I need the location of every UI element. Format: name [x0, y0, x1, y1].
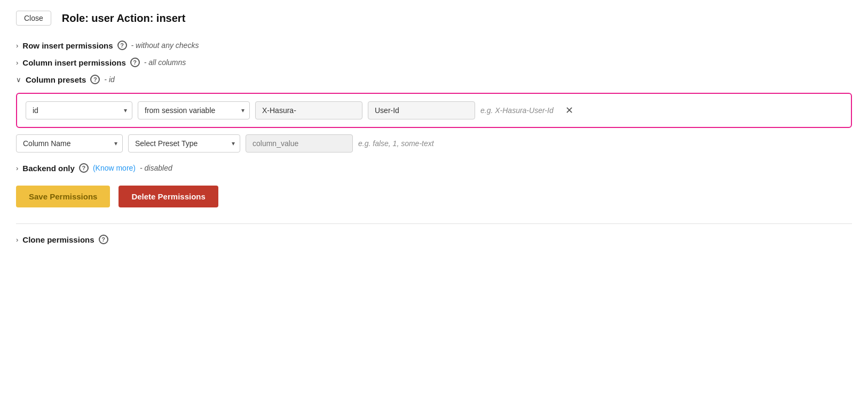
header: Close Role: user Action: insert — [16, 11, 852, 26]
session-var-select[interactable]: from session variable — [138, 101, 250, 119]
empty-preset-type-select[interactable]: Select Preset Type — [128, 134, 240, 153]
column-presets-chevron-icon: ∨ — [16, 76, 21, 84]
preset-section: id ▾ from session variable ▾ e.g. X-Hasu… — [16, 93, 852, 153]
empty-preset-row: Column Name ▾ Select Preset Type ▾ e.g. … — [16, 134, 852, 153]
clone-permissions-section[interactable]: › Clone permissions ? — [16, 235, 852, 244]
divider — [16, 223, 852, 224]
session-var-select-wrapper: from session variable ▾ — [138, 101, 250, 119]
row-insert-help-icon[interactable]: ? — [117, 41, 127, 50]
column-insert-chevron-icon: › — [16, 59, 18, 67]
clone-help-icon[interactable]: ? — [99, 235, 108, 244]
backend-only-summary: - disabled — [140, 164, 172, 172]
column-insert-label: Column insert permissions — [22, 58, 125, 67]
backend-only-label: Backend only — [22, 164, 75, 173]
active-preset-box: id ▾ from session variable ▾ e.g. X-Hasu… — [16, 93, 852, 128]
backend-only-help-icon[interactable]: ? — [79, 163, 89, 173]
column-select[interactable]: id — [26, 101, 132, 119]
column-presets-help-icon[interactable]: ? — [90, 75, 100, 84]
column-presets-label: Column presets — [26, 75, 86, 84]
row-insert-chevron-icon: › — [16, 42, 18, 50]
row-insert-label: Row insert permissions — [22, 41, 113, 50]
delete-permissions-button[interactable]: Delete Permissions — [119, 186, 218, 207]
column-insert-help-icon[interactable]: ? — [130, 58, 140, 67]
close-button[interactable]: Close — [16, 11, 51, 26]
column-select-wrapper: id ▾ — [26, 101, 132, 119]
column-presets-row[interactable]: ∨ Column presets ? - id — [16, 75, 852, 84]
user-id-input[interactable] — [368, 101, 475, 119]
save-permissions-button[interactable]: Save Permissions — [16, 186, 110, 207]
active-preset-example: e.g. X-Hasura-User-Id — [480, 106, 554, 115]
column-insert-permissions-row[interactable]: › Column insert permissions ? - all colu… — [16, 58, 852, 67]
know-more-link[interactable]: (Know more) — [93, 164, 136, 172]
empty-value-input — [246, 134, 353, 153]
row-insert-permissions-row[interactable]: › Row insert permissions ? - without any… — [16, 41, 852, 50]
page-container: Close Role: user Action: insert › Row in… — [0, 0, 868, 255]
row-insert-summary: - without any checks — [131, 41, 199, 50]
clone-chevron-icon: › — [16, 236, 18, 244]
backend-only-chevron-icon: › — [16, 164, 18, 172]
actions-row: Save Permissions Delete Permissions — [16, 186, 852, 207]
empty-preset-type-wrapper: Select Preset Type ▾ — [128, 134, 240, 153]
empty-preset-example: e.g. false, 1, some-text — [358, 139, 434, 148]
hasura-prefix-input[interactable] — [255, 101, 362, 119]
empty-column-select[interactable]: Column Name — [16, 134, 123, 153]
column-presets-summary: - id — [104, 75, 114, 84]
clone-label: Clone permissions — [22, 235, 94, 244]
empty-column-select-wrapper: Column Name ▾ — [16, 134, 123, 153]
column-insert-summary: - all columns — [144, 58, 186, 67]
active-preset-close-icon[interactable]: ✕ — [561, 102, 578, 118]
backend-only-section: › Backend only ? (Know more) - disabled — [16, 163, 852, 173]
page-title: Role: user Action: insert — [62, 12, 186, 25]
active-preset-row: id ▾ from session variable ▾ e.g. X-Hasu… — [26, 101, 842, 119]
